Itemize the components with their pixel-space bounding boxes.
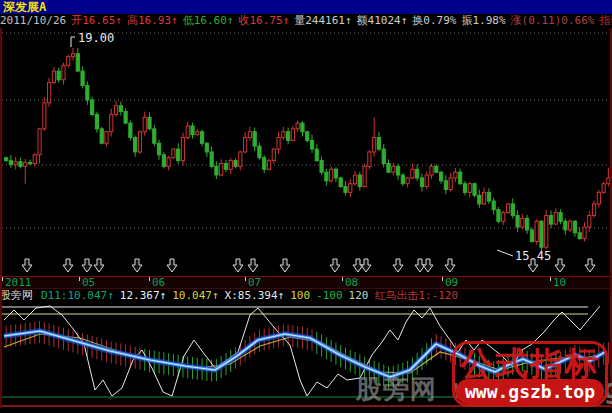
signal-down-arrow [423,259,433,272]
axis-tick [149,277,150,281]
info-field: 高16.93↑ [127,14,178,27]
signal-down-arrow [280,259,290,272]
signal-down-arrow [233,259,243,272]
signal-down-arrow [63,259,73,272]
candlestick-canvas[interactable]: 19.0015.45 [0,28,612,276]
candlestick-chart[interactable]: 19.0015.45 [0,28,612,276]
axis-tick [442,277,443,281]
axis-label: 06 [152,277,165,288]
quote-info-bar: 2011/10/26开16.65↑高16.93↑低16.60↑收16.75↑量2… [0,14,612,28]
info-fields: 开16.65↑高16.93↑低16.60↑收16.75↑量244161↑额410… [71,14,612,27]
info-field: 涨(0.11)0.66% [511,14,595,27]
indicator-header: 股旁网D11:10.047↑12.367↑10.047↑X:85.394↑100… [0,289,612,303]
axis-label: 07 [248,277,261,288]
axis-label: 05 [82,277,95,288]
watermark-gszb-url: www.gszb.top [456,379,604,404]
trading-app-window: 深发展A 2011/10/26开16.65↑高16.93↑低16.60↑收16.… [0,0,612,413]
indicator-value: 10.047↑ [172,289,218,302]
watermark-gongshizhibiao: 公式指标 [455,345,605,383]
watermark-brand-box: 公式指标 www.gszb.top [452,341,608,407]
signal-down-arrow [167,259,177,272]
signal-down-arrow [82,259,92,272]
signal-down-arrow [361,259,371,272]
indicator-value: 100 [290,289,310,302]
axis-tick [550,277,551,281]
info-field: 振1.98% [461,14,505,27]
axis-label: 2011 [5,277,32,288]
signal-down-arrow [248,259,258,272]
info-field: 量244161↑ [294,14,351,27]
watermark-guapangwang-small: 股旁网 [0,289,33,302]
axis-label: 08 [345,277,358,288]
date-axis[interactable]: 2011050607080910 [0,276,612,289]
signal-down-arrow [445,259,455,272]
signal-down-arrow [393,259,403,272]
indicator-values: D11:10.047↑12.367↑10.047↑X:85.394↑100-10… [41,289,464,302]
info-field: 换0.79% [412,14,456,27]
axis-tick [79,277,80,281]
axis-tick [342,277,343,281]
signal-down-arrow [132,259,142,272]
axis-label: 10 [553,277,566,288]
info-field: 指数( [599,14,612,27]
indicator-value: -100 [316,289,343,302]
axis-tick [2,277,3,281]
quote-date: 2011/10/26 [0,14,66,27]
indicator-value: 120 [349,289,369,302]
signal-down-arrow [555,259,565,272]
high-annotation: 19.00 [78,31,114,45]
signal-down-arrow [94,259,104,272]
info-field: 额41024↑ [357,14,408,27]
signal-down-arrow [22,259,32,272]
indicator-value: D11:10.047↑ [41,289,114,302]
signal-down-arrow [330,259,340,272]
indicator-value: 12.367↑ [120,289,166,302]
info-field: 低16.60↑ [183,14,234,27]
left-pane-border [0,28,2,408]
axis-label: 09 [445,277,458,288]
info-field: 开16.65↑ [71,14,122,27]
info-field: 收16.75↑ [238,14,289,27]
indicator-value: X:85.394↑ [225,289,285,302]
window-title-bar[interactable]: 深发展A [0,0,612,14]
axis-tick [245,277,246,281]
stock-title: 深发展A [3,0,46,14]
indicator-value: 红鸟出击1:-120 [374,289,458,302]
signal-down-arrow [585,259,595,272]
